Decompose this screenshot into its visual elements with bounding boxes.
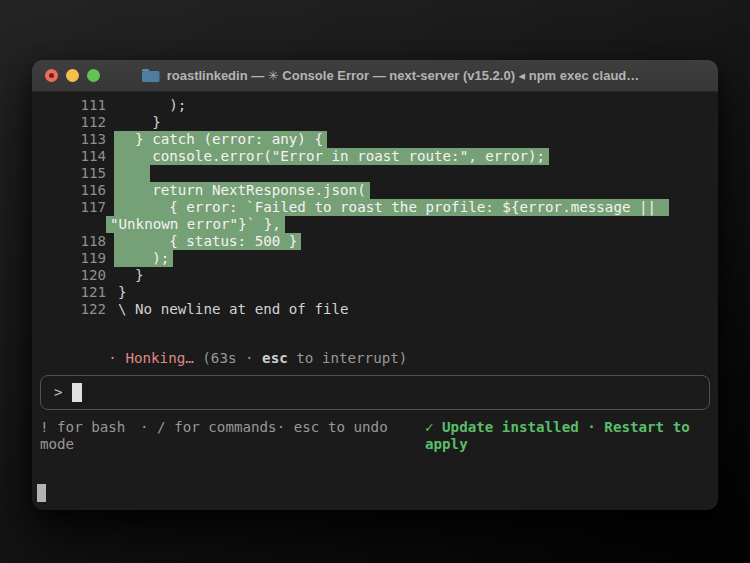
code-line: 122 \ No newline at end of file [40,301,710,318]
line-number: 111 [40,97,118,114]
line-number: 116 [40,182,118,199]
code-line: 114 console.error("Error in roast route:… [40,148,710,165]
code-line-text: { status: 500 } [114,233,301,250]
code-line-text: \ No newline at end of file [114,301,353,318]
line-number: 114 [40,148,118,165]
code-line-text: return NextResponse.json( [114,182,370,199]
code-line-text: } [114,284,131,301]
spinner-elapsed: (63s · [202,350,262,366]
code-line-text: } [114,114,165,131]
line-number: 118 [40,233,118,250]
code-line: 118 { status: 500 } [40,233,710,250]
code-line: 121 } [40,284,710,301]
code-line: 113 } catch (error: any) { [40,131,710,148]
line-number: 122 [40,301,118,318]
code-line: 115 [40,165,710,182]
bash-mode-hint: ! for bash mode [40,419,140,453]
terminal-block-cursor [37,484,46,502]
line-number: 120 [40,267,118,284]
line-number: 115 [40,165,118,182]
spinner-label: Honking… [125,350,202,366]
code-line: 120 } [40,267,710,284]
code-line-text [114,165,150,182]
window-title: roastlinkedin — ✳ Console Error — next-s… [72,60,708,91]
text-cursor [72,383,82,402]
line-number: 121 [40,284,118,301]
code-line-text: } [114,267,148,284]
close-button[interactable] [45,69,58,82]
commands-hint: · / for commands· esc to undo [140,419,425,436]
terminal-content: 111 ); 112 } 113 } catch (error: any) { … [32,92,718,453]
esc-key-hint: esc [262,350,288,366]
status-bar: ! for bash mode · / for commands· esc to… [40,419,710,453]
code-diff-view: 111 ); 112 } 113 } catch (error: any) { … [40,97,710,318]
prompt-input[interactable]: > [40,375,710,410]
status-spinner-line: · Honking… (63s · esc to interrupt) [40,333,710,350]
line-number: 113 [40,131,118,148]
interrupt-hint: to interrupt) [288,350,408,366]
code-line-text: } catch (error: any) { [114,131,327,148]
code-line: 112 } [40,114,710,131]
code-line-text: "Unknown error"}` }, [106,216,285,233]
code-line: 116 return NextResponse.json( [40,182,710,199]
line-number: 112 [40,114,118,131]
terminal-window: roastlinkedin — ✳ Console Error — next-s… [32,60,718,510]
line-number: 117 [40,199,118,216]
window-titlebar[interactable]: roastlinkedin — ✳ Console Error — next-s… [32,60,718,92]
update-installed-notice: ✓ Update installed · Restart to apply [425,419,700,453]
prompt-symbol: > [54,384,63,401]
code-line-text: ); [114,97,190,114]
code-line: 111 ); [40,97,710,114]
desktop-background: roastlinkedin — ✳ Console Error — next-s… [0,0,750,563]
code-line-text: ); [114,250,173,267]
code-line-text: { error: `Failed to roast the profile: $… [114,199,669,216]
spinner-icon: · [108,350,125,366]
window-title-text: roastlinkedin — ✳ Console Error — next-s… [167,68,640,83]
folder-icon [141,68,160,83]
code-line-text: console.error("Error in roast route:", e… [114,148,549,165]
code-line: "Unknown error"}` }, [40,216,710,233]
line-number: 119 [40,250,118,267]
code-line: 119 ); [40,250,710,267]
code-line: 117 { error: `Failed to roast the profil… [40,199,710,216]
